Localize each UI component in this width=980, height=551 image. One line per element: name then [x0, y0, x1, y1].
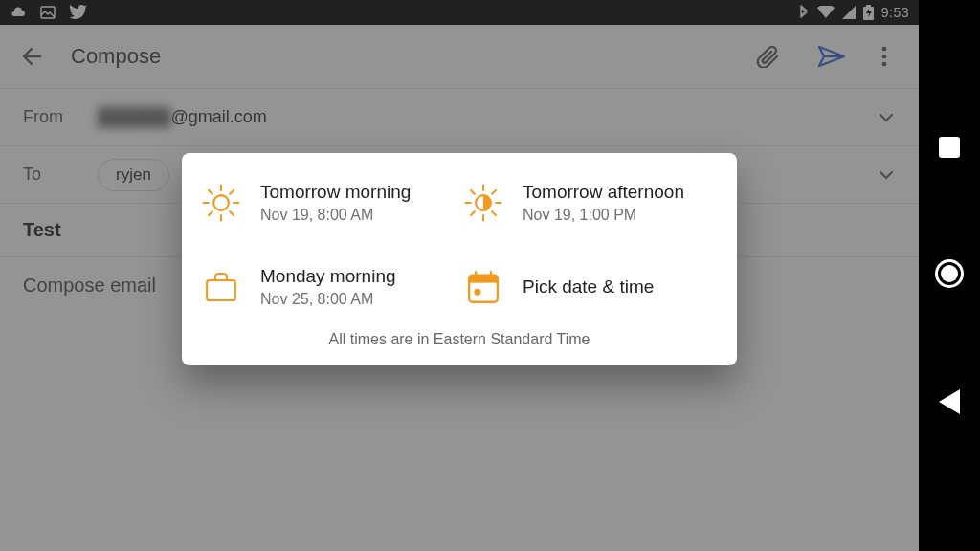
option-title: Tomorrow afternoon: [523, 182, 684, 203]
android-nav-bar: [919, 0, 980, 551]
option-subtitle: Nov 19, 8:00 AM: [260, 207, 411, 224]
option-title: Monday morning: [260, 266, 396, 287]
svg-rect-8: [207, 280, 235, 300]
dialog-footer: All times are in Eastern Standard Time: [201, 331, 718, 348]
schedule-send-dialog: Tomorrow morning Nov 19, 8:00 AM Tomorro…: [182, 153, 737, 365]
option-title: Tomorrow morning: [260, 182, 411, 203]
schedule-option-tomorrow-morning[interactable]: Tomorrow morning Nov 19, 8:00 AM: [201, 182, 456, 224]
schedule-option-tomorrow-afternoon[interactable]: Tomorrow afternoon Nov 19, 1:00 PM: [463, 182, 718, 224]
half-sun-icon: [463, 183, 503, 223]
option-title: Pick date & time: [523, 276, 654, 298]
schedule-option-monday-morning[interactable]: Monday morning Nov 25, 8:00 AM: [201, 266, 456, 308]
schedule-option-pick-date-time[interactable]: Pick date & time: [463, 266, 718, 308]
svg-point-11: [474, 289, 480, 296]
calendar-icon: [463, 267, 503, 307]
sun-icon: [201, 183, 241, 223]
svg-point-6: [213, 195, 229, 210]
back-button[interactable]: [939, 389, 960, 414]
home-button[interactable]: [935, 259, 964, 288]
briefcase-icon: [201, 267, 241, 307]
recent-apps-button[interactable]: [939, 137, 960, 158]
option-subtitle: Nov 25, 8:00 AM: [260, 291, 396, 308]
option-subtitle: Nov 19, 1:00 PM: [523, 207, 684, 224]
svg-rect-10: [469, 276, 498, 283]
